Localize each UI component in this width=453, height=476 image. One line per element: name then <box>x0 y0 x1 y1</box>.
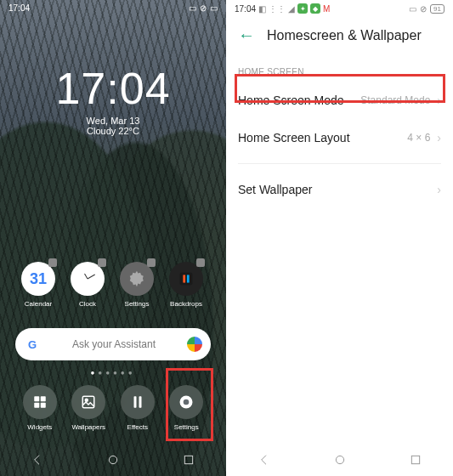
app-label: Clock <box>68 300 107 308</box>
app-label: Calendar <box>19 300 58 308</box>
dnd-icon: ⊘ <box>200 3 207 13</box>
app-settings[interactable]: Settings <box>117 262 156 308</box>
app-clock[interactable]: Clock <box>68 262 107 308</box>
row-set-wallpaper[interactable]: Set Wallpaper › <box>226 171 453 208</box>
highlight-box <box>166 368 213 441</box>
nav-recent[interactable] <box>182 453 195 470</box>
page-title: Homescreen & Wallpaper <box>267 28 422 43</box>
nav-bar <box>0 447 226 476</box>
app-calendar[interactable]: 31 Calendar <box>19 262 58 308</box>
svg-rect-8 <box>83 396 95 408</box>
clock-time: 17:04 <box>0 63 226 114</box>
svg-rect-3 <box>187 275 190 282</box>
svg-rect-7 <box>41 403 46 408</box>
vibrate-icon: ▭ <box>189 3 196 13</box>
dock-widgets[interactable]: Widgets <box>20 385 59 431</box>
wallpapers-icon <box>71 385 105 419</box>
dnd-icon: ⊘ <box>420 4 427 14</box>
svg-point-16 <box>336 456 343 463</box>
title-bar: ← Homescreen & Wallpaper <box>226 17 453 54</box>
back-button[interactable]: ← <box>238 26 255 45</box>
nav-home[interactable] <box>106 453 120 470</box>
battery-icon: ▭ <box>210 3 218 13</box>
nav-bar <box>226 447 453 476</box>
svg-rect-5 <box>41 396 46 401</box>
app-label: Backdrops <box>167 300 206 308</box>
clock-weather: Cloudy 22°C <box>0 126 226 136</box>
nav-back[interactable] <box>31 453 44 470</box>
nav-home[interactable] <box>333 453 347 470</box>
calendar-icon: 31 <box>21 262 55 296</box>
app-row: 31 Calendar Clock Settings Backdrops <box>0 262 226 308</box>
divider <box>238 163 441 164</box>
dock-label: Effects <box>118 423 157 431</box>
clock-widget[interactable]: 17:04 Wed, Mar 13 Cloudy 22°C <box>0 63 226 136</box>
phone-home-screen: 17:04 ▭ ⊘ ▭ 17:04 Wed, Mar 13 Cloudy 22°… <box>0 0 226 476</box>
svg-rect-11 <box>139 396 141 408</box>
svg-rect-15 <box>184 456 192 463</box>
backdrops-icon <box>169 262 203 296</box>
svg-rect-6 <box>34 403 39 408</box>
dock-wallpapers[interactable]: Wallpapers <box>69 385 108 431</box>
row-label: Set Wallpaper <box>238 183 437 196</box>
status-bar: 17:04 ◧ ⋮⋮ ◢ ✦ ◆ M ▭ ⊘ 91 <box>226 0 453 17</box>
row-home-screen-layout[interactable]: Home Screen Layout 4 × 6 › <box>226 119 453 156</box>
app-label: Settings <box>117 300 156 308</box>
app-badge-icon: ◆ <box>310 3 320 14</box>
status-time: 17:04 <box>8 3 30 13</box>
svg-rect-2 <box>183 275 185 282</box>
svg-rect-4 <box>34 396 39 401</box>
nav-recent[interactable] <box>409 453 422 470</box>
svg-point-9 <box>86 399 88 401</box>
app-backdrops[interactable]: Backdrops <box>167 262 206 308</box>
row-value: 4 × 6 <box>407 132 430 144</box>
row-label: Home Screen Layout <box>238 131 407 144</box>
settings-icon <box>120 262 154 296</box>
highlight-box <box>235 74 445 103</box>
status-time: 17:04 <box>235 4 256 14</box>
app-badge-icon: ✦ <box>297 3 308 14</box>
vibrate-icon: ▭ <box>409 4 416 14</box>
chevron-right-icon: › <box>437 131 441 144</box>
google-icon: G <box>24 336 41 353</box>
dock-label: Wallpapers <box>69 423 108 431</box>
nav-back[interactable] <box>258 453 271 470</box>
signal-icon: ◢ <box>288 4 295 14</box>
svg-point-14 <box>109 456 116 463</box>
assistant-icon[interactable] <box>187 337 202 352</box>
dock-label: Widgets <box>20 423 59 431</box>
phone-settings-screen: 17:04 ◧ ⋮⋮ ◢ ✦ ◆ M ▭ ⊘ 91 ← Homescreen &… <box>226 0 453 476</box>
svg-rect-17 <box>411 456 419 463</box>
mail-icon: M <box>323 4 330 14</box>
status-chip: ◧ <box>258 4 266 14</box>
status-bar: 17:04 ▭ ⊘ ▭ <box>0 0 226 16</box>
status-icons: ▭ ⊘ ▭ <box>189 3 218 13</box>
chevron-right-icon: › <box>437 183 441 196</box>
svg-rect-10 <box>133 396 136 408</box>
clock-date: Wed, Mar 13 <box>0 116 226 126</box>
svg-rect-1 <box>180 273 193 286</box>
search-placeholder: Ask your Assistant <box>41 338 187 350</box>
dock-effects[interactable]: Effects <box>118 385 157 431</box>
effects-icon <box>121 385 155 419</box>
widgets-icon <box>23 385 57 419</box>
clock-icon <box>71 262 105 296</box>
search-bar[interactable]: G Ask your Assistant <box>15 328 211 360</box>
wifi-icon: ⋮⋮ <box>269 4 286 14</box>
battery-icon: 91 <box>430 4 445 14</box>
